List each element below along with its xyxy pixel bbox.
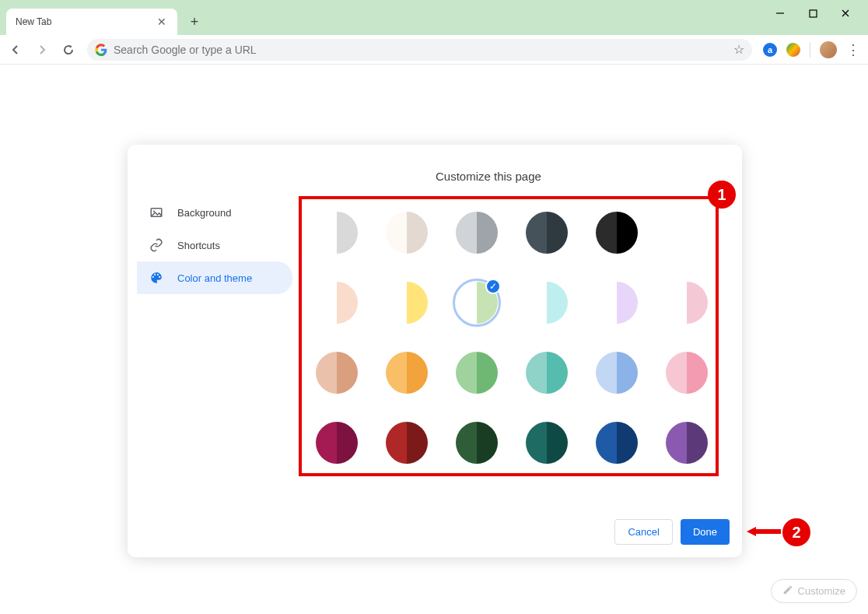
svg-marker-7 [747, 527, 756, 536]
color-swatch-19[interactable] [386, 422, 428, 464]
star-icon[interactable]: ☆ [733, 42, 744, 57]
color-swatch-18[interactable] [316, 422, 358, 464]
color-swatch-2[interactable] [456, 212, 498, 254]
browser-tab[interactable]: New Tab ✕ [6, 9, 177, 35]
sidebar-item-label: Shortcuts [177, 240, 220, 251]
color-swatch-14[interactable] [456, 352, 498, 394]
minimize-icon[interactable] [773, 6, 787, 20]
color-swatch-8[interactable]: ✓ [456, 282, 498, 324]
extension-a-icon[interactable]: a [763, 43, 777, 57]
dialog-sidebar: BackgroundShortcutsColor and theme [137, 196, 292, 294]
color-swatch-12[interactable] [316, 352, 358, 394]
dialog-footer: Cancel Done [614, 519, 730, 545]
palette-icon [149, 271, 163, 285]
browser-titlebar: New Tab ✕ + [0, 0, 868, 35]
address-bar[interactable]: ☆ [87, 39, 752, 61]
annotation-badge-1: 1 [708, 181, 736, 209]
extension-globe-icon[interactable] [786, 43, 800, 57]
color-swatch-20[interactable] [456, 422, 498, 464]
color-swatch-4[interactable] [596, 212, 638, 254]
color-swatch-10[interactable] [596, 282, 638, 324]
close-tab-icon[interactable]: ✕ [156, 16, 168, 28]
forward-icon[interactable] [34, 42, 50, 58]
profile-avatar[interactable] [820, 41, 837, 58]
link-icon [149, 238, 163, 252]
done-button[interactable]: Done [681, 519, 730, 545]
maximize-icon[interactable] [806, 6, 820, 20]
color-swatch-1[interactable] [386, 212, 428, 254]
color-swatch-21[interactable] [526, 422, 568, 464]
sidebar-item-label: Color and theme [177, 272, 252, 284]
sidebar-item-color-and-theme[interactable]: Color and theme [137, 261, 292, 294]
browser-toolbar: ☆ a ⋮ [0, 35, 868, 65]
color-swatch-3[interactable] [526, 212, 568, 254]
cancel-button[interactable]: Cancel [614, 519, 672, 545]
check-icon: ✓ [485, 279, 501, 294]
toolbar-right: a ⋮ [763, 41, 860, 58]
sidebar-item-background[interactable]: Background [137, 196, 292, 229]
sidebar-item-shortcuts[interactable]: Shortcuts [137, 229, 292, 261]
svg-rect-1 [810, 10, 817, 17]
color-theme-grid: ✓ [302, 199, 716, 481]
color-swatch-13[interactable] [386, 352, 428, 394]
menu-kebab-icon[interactable]: ⋮ [846, 41, 860, 58]
color-swatch-23[interactable] [666, 422, 708, 464]
color-swatch-16[interactable] [596, 352, 638, 394]
color-swatch-0[interactable] [316, 212, 358, 254]
window-controls [773, 6, 868, 28]
svg-point-5 [153, 210, 155, 212]
separator [810, 42, 810, 58]
back-icon[interactable] [8, 42, 23, 58]
pencil-icon [782, 584, 793, 598]
color-swatch-11[interactable] [666, 282, 708, 324]
customize-chip-label: Customize [798, 585, 845, 597]
tab-title: New Tab [16, 16, 51, 27]
dialog-title: Customize this page [436, 170, 541, 183]
customize-chip[interactable]: Customize [771, 579, 857, 603]
color-swatch-17[interactable] [666, 352, 708, 394]
color-swatch-7[interactable] [386, 282, 428, 324]
annotation-box-1: ✓ [299, 196, 719, 476]
close-window-icon[interactable] [838, 6, 852, 20]
image-icon [149, 205, 163, 219]
annotation-arrow-icon [747, 526, 781, 537]
color-swatch-15[interactable] [526, 352, 568, 394]
color-swatch-9[interactable] [526, 282, 568, 324]
color-swatch-22[interactable] [596, 422, 638, 464]
google-g-icon [95, 44, 107, 56]
reload-icon[interactable] [61, 42, 76, 58]
annotation-badge-2: 2 [782, 518, 810, 546]
new-tab-button[interactable]: + [184, 11, 205, 33]
sidebar-item-label: Background [177, 207, 231, 219]
omnibox-input[interactable] [114, 44, 727, 56]
color-swatch-6[interactable] [316, 282, 358, 324]
